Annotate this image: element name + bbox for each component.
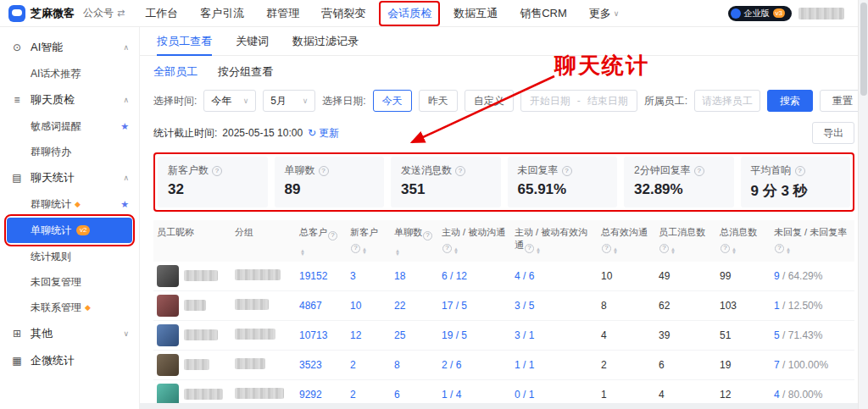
new-customers-value[interactable]: 12: [347, 329, 391, 341]
column-header[interactable]: 未回复 / 未回复率?▲▼: [771, 220, 854, 262]
column-header[interactable]: 主动 / 被动有效沟通?▲▼: [511, 220, 598, 262]
export-button[interactable]: 导出: [812, 122, 854, 144]
column-header[interactable]: 总消息数?▲▼: [716, 220, 771, 262]
sort-icon[interactable]: ▲▼: [536, 247, 541, 254]
year-select[interactable]: 今年 ∨: [203, 90, 256, 112]
column-header[interactable]: 单聊数?▲▼: [391, 220, 438, 262]
username-redacted[interactable]: [798, 8, 844, 19]
column-header[interactable]: 新客户?▲▼: [347, 220, 391, 262]
sort-icon[interactable]: ▲▼: [362, 247, 367, 254]
info-icon[interactable]: ?: [795, 166, 805, 176]
active-passive-valid-value[interactable]: 0 / 1: [511, 389, 598, 401]
sort-icon[interactable]: ▲▼: [453, 247, 459, 254]
table-row[interactable]: 9292 2 6 1 / 4 0 / 1 1 4 12 4 / 80.00%: [153, 380, 854, 403]
total-customers-value[interactable]: 3523: [296, 359, 347, 371]
sort-icon[interactable]: ▲▼: [300, 249, 305, 256]
active-passive-valid-value[interactable]: 1 / 1: [511, 359, 598, 371]
nav-more[interactable]: 更多 ∨: [589, 6, 620, 21]
sidebar-item-uncontacted-management[interactable]: 未联系管理 ◆: [0, 295, 139, 320]
column-header[interactable]: 总客户?▲▼: [296, 220, 347, 262]
refresh-button[interactable]: ↻ 更新: [308, 126, 339, 141]
table-row[interactable]: 10713 12 25 19 / 5 3 / 1 4 39 51 5 / 71.…: [153, 321, 854, 351]
info-icon[interactable]: ?: [721, 244, 730, 253]
sidebar-item-single-chat-stats[interactable]: 单聊统计 v2: [7, 218, 132, 243]
table-row[interactable]: 4867 10 22 17 / 5 3 / 5 8 62 103 1 / 12.…: [153, 291, 854, 321]
info-icon[interactable]: ?: [562, 166, 572, 176]
info-icon[interactable]: ?: [694, 166, 704, 176]
info-icon[interactable]: ?: [659, 244, 669, 253]
search-button[interactable]: 搜索: [767, 90, 813, 112]
unreplied-count[interactable]: 9: [774, 270, 780, 282]
active-passive-value[interactable]: 17 / 5: [438, 300, 511, 312]
sort-icon[interactable]: ▲▼: [670, 247, 676, 254]
column-header[interactable]: 分组: [231, 220, 296, 262]
sidebar-item-group-chat-stats[interactable]: 群聊统计 ◆ ★: [0, 191, 139, 217]
sort-icon[interactable]: ▲▼: [613, 247, 618, 254]
info-icon[interactable]: ?: [328, 231, 337, 240]
info-icon[interactable]: ?: [442, 244, 452, 253]
nav-group-management[interactable]: 群管理: [266, 6, 299, 21]
column-header[interactable]: 员工消息数?▲▼: [655, 220, 716, 262]
column-header[interactable]: 员工昵称: [153, 220, 231, 262]
active-passive-valid-value[interactable]: 4 / 6: [511, 270, 598, 282]
unreplied-count[interactable]: 4: [774, 389, 780, 401]
sidebar-item-unreplied-management[interactable]: 未回复管理: [0, 269, 139, 295]
sidebar-item-ai-script-recommend[interactable]: AI话术推荐: [0, 61, 139, 86]
subtab-by-group[interactable]: 按分组查看: [218, 64, 273, 80]
info-icon[interactable]: ?: [525, 244, 534, 253]
nav-session-quality-check[interactable]: 会话质检: [387, 6, 431, 21]
info-icon[interactable]: ?: [351, 244, 360, 253]
sort-icon[interactable]: ▲▼: [732, 247, 737, 254]
scrollbar-thumb[interactable]: [860, 3, 867, 96]
sidebar-item-sensitive-words[interactable]: 敏感词提醒 ★: [0, 113, 139, 139]
star-icon[interactable]: ★: [120, 121, 129, 132]
chat-count-value[interactable]: 6: [391, 389, 438, 401]
info-icon[interactable]: ?: [775, 244, 784, 253]
new-customers-value[interactable]: 2: [347, 359, 391, 371]
column-header[interactable]: 主动 / 被动沟通?▲▼: [438, 220, 511, 262]
staff-select-input[interactable]: 请选择员工: [694, 90, 760, 112]
subtab-all-employees[interactable]: 全部员工: [153, 64, 198, 80]
table-row[interactable]: 3523 2 8 2 / 6 1 / 1 2 6 19 7 / 100.00%: [153, 351, 854, 380]
sidebar-section-ai[interactable]: ⊙ AI智能 ∧: [0, 34, 139, 61]
new-customers-value[interactable]: 10: [347, 300, 391, 312]
active-passive-valid-value[interactable]: 3 / 5: [511, 300, 598, 312]
active-passive-valid-value[interactable]: 3 / 1: [511, 329, 598, 341]
month-select[interactable]: 5月 ∨: [263, 90, 315, 112]
total-customers-value[interactable]: 19152: [296, 270, 347, 282]
nav-data-interchange[interactable]: 数据互通: [453, 6, 498, 21]
info-icon[interactable]: ?: [319, 166, 329, 176]
tab-data-filter-records[interactable]: 数据过滤记录: [292, 27, 359, 56]
unreplied-count[interactable]: 1: [774, 300, 780, 312]
switch-account-icon[interactable]: ⇄: [117, 8, 125, 19]
column-header[interactable]: 总有效沟通?▲▼: [598, 220, 655, 262]
info-icon[interactable]: ?: [212, 166, 222, 176]
total-customers-value[interactable]: 10713: [296, 329, 347, 341]
date-chip-yesterday[interactable]: 昨天: [419, 90, 458, 112]
info-icon[interactable]: ?: [455, 166, 465, 176]
nav-marketing-fission[interactable]: 营销裂变: [321, 6, 365, 21]
active-passive-value[interactable]: 2 / 6: [438, 359, 511, 371]
nav-sales-crm[interactable]: 销售CRM: [520, 6, 567, 21]
new-customers-value[interactable]: 2: [347, 389, 391, 401]
total-customers-value[interactable]: 4867: [296, 300, 347, 312]
sidebar-section-qw-stats[interactable]: ▦ 企微统计: [0, 347, 139, 374]
sidebar-item-stat-rules[interactable]: 统计规则: [0, 244, 139, 269]
sidebar-item-group-chat-todo[interactable]: 群聊待办: [0, 139, 139, 164]
account-type-label[interactable]: 公众号: [83, 6, 114, 20]
chat-count-value[interactable]: 25: [391, 329, 438, 341]
info-icon[interactable]: ?: [602, 244, 611, 253]
active-passive-value[interactable]: 6 / 12: [438, 270, 511, 282]
info-icon[interactable]: ?: [423, 231, 432, 240]
star-icon[interactable]: ★: [120, 199, 129, 210]
nav-customer-acquisition[interactable]: 客户引流: [200, 6, 244, 21]
nav-workbench[interactable]: 工作台: [145, 6, 178, 21]
sort-icon[interactable]: ▲▼: [395, 249, 400, 256]
table-row[interactable]: 19152 3 18 6 / 12 4 / 6 10 49 99 9 / 64.…: [153, 262, 854, 291]
chat-count-value[interactable]: 22: [391, 300, 438, 312]
active-passive-value[interactable]: 19 / 5: [438, 329, 511, 341]
tab-keywords[interactable]: 关键词: [236, 27, 269, 56]
date-chip-custom[interactable]: 自定义: [465, 90, 514, 112]
chat-count-value[interactable]: 18: [391, 270, 438, 282]
chat-count-value[interactable]: 8: [391, 359, 438, 371]
